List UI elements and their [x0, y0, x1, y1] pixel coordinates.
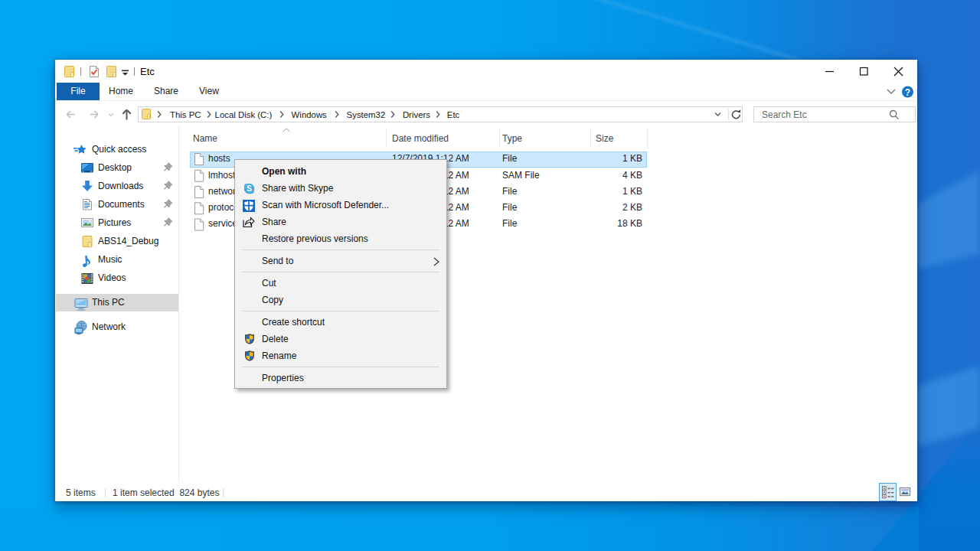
svg-text:This PC: This PC	[170, 110, 201, 119]
svg-text:Windows: Windows	[292, 110, 328, 119]
svg-text:S: S	[247, 184, 252, 193]
svg-text:System32: System32	[347, 110, 386, 119]
svg-text:Etc: Etc	[447, 110, 460, 119]
svg-text:?: ?	[905, 87, 910, 98]
svg-text:Local Disk (C:): Local Disk (C:)	[215, 110, 273, 119]
svg-text:Drivers: Drivers	[403, 110, 430, 119]
